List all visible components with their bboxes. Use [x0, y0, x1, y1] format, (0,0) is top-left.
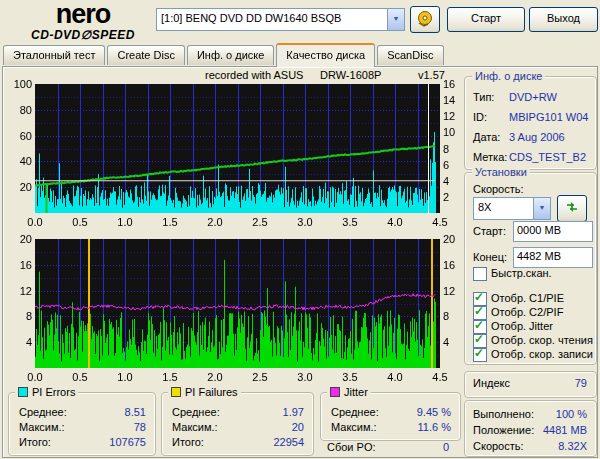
disc-type-value: DVD+RW [509, 91, 557, 103]
pi-errors-chart [35, 84, 440, 213]
quality-index-box: Индекс 79 [464, 371, 597, 398]
pie-total-value: 107675 [109, 436, 146, 448]
checkbox-box[interactable]: ✓ [473, 267, 487, 281]
speed-select[interactable]: 8X ▼ [473, 197, 551, 220]
show-write-speed-checkbox[interactable]: ✓ Отобр. скор. записи [465, 348, 596, 362]
tab-create-disc[interactable]: Create Disc [107, 45, 184, 65]
pie-average-value: 8.51 [125, 406, 146, 418]
tab-disc-quality[interactable]: Качество диска [276, 43, 375, 67]
checkbox-box[interactable]: ✓ [473, 348, 487, 362]
pi-errors-swatch-icon [18, 387, 28, 397]
disc-label-value: CDS_TEST_B2 [509, 151, 586, 163]
pif-average-value: 1.97 [283, 406, 304, 418]
scan-start-field[interactable]: 0000 MB [513, 221, 593, 242]
show-jitter-checkbox[interactable]: ✓ Отобр. Jitter [465, 320, 596, 334]
exit-button-label: Выход [547, 12, 580, 24]
chevron-down-icon[interactable]: ▼ [387, 9, 404, 30]
speed-select-value: 8X [478, 201, 532, 213]
recorder-drive-label: DRW-1608P [320, 69, 381, 81]
disc-info-group: Инф. о диске Тип: DVD+RW ID: MBIPG101 W0… [464, 76, 597, 170]
tab-benchmark[interactable]: Эталонный тест [3, 45, 105, 65]
scan-start-label: Старт: [473, 225, 506, 237]
hand-disc-icon [415, 9, 435, 28]
scan-end-label: Конец: [473, 251, 507, 263]
progress-box: Выполнено: 100 % Положение: 4481 MB Скор… [464, 400, 597, 457]
tab-disc-info[interactable]: Инф. о диске [187, 45, 274, 65]
refresh-icon [564, 199, 580, 215]
check-icon: ✓ [474, 332, 484, 346]
disc-id-value: MBIPG101 W04 [509, 111, 588, 123]
index-value: 79 [575, 377, 587, 389]
disc-date-value: 3 Aug 2006 [509, 131, 565, 143]
drive-select[interactable]: [1:0] BENQ DVD DD DW1640 BSQB ▼ [156, 8, 405, 31]
pie-max-value: 78 [134, 421, 146, 433]
jitter-stats-box: Jitter Среднее:9.45 % Максим.:11.6 % [320, 392, 461, 441]
jitter-title: Jitter [344, 386, 368, 398]
jitter-swatch-icon [330, 387, 340, 397]
jitter-average-value: 9.45 % [417, 406, 451, 418]
fast-scan-checkbox[interactable]: ✓ Быстр.скан. [465, 267, 596, 281]
refresh-speeds-button[interactable] [557, 195, 587, 222]
check-icon: ✓ [474, 346, 484, 360]
version-label: v1.57 [418, 69, 445, 81]
exit-button[interactable]: Выход [529, 7, 598, 32]
tab-scandisc[interactable]: ScanDisc [377, 45, 443, 65]
start-button-label: Старт [471, 12, 501, 24]
show-c2-pif-checkbox[interactable]: ✓ Отобр. C2/PIF [465, 306, 596, 320]
drive-select-value: [1:0] BENQ DVD DD DW1640 BSQB [161, 12, 386, 24]
nero-logo-text: nero [8, 1, 158, 28]
nero-cd-dvd-speed-window: nero CD-DVD∅SPEED [1:0] BENQ DVD DD DW16… [0, 0, 600, 459]
cd-dvd-speed-logo-text: CD-DVD∅SPEED [8, 29, 158, 41]
start-button[interactable]: Старт [447, 7, 525, 32]
settings-group: Установки Скорость: 8X ▼ Старт: 0000 MB … [464, 172, 597, 365]
disc-info-title: Инф. о диске [472, 70, 545, 82]
chevron-down-icon[interactable]: ▼ [533, 198, 550, 219]
jitter-max-value: 11.6 % [418, 421, 451, 433]
eject-button[interactable] [410, 6, 440, 33]
po-failures-label: Сбои PO: [327, 441, 376, 453]
position-value: 4481 MB [543, 424, 587, 436]
current-speed-value: 8.32X [558, 440, 587, 452]
check-icon: ✓ [474, 290, 484, 304]
pi-errors-title: PI Errors [32, 386, 75, 398]
pi-failures-swatch-icon [171, 387, 181, 397]
pi-failures-title: PI Failures [185, 386, 238, 398]
scan-end-field[interactable]: 4482 MB [513, 247, 593, 268]
pi-failures-jitter-chart [35, 239, 440, 368]
check-icon: ✓ [474, 318, 484, 332]
progress-percent-value: 100 % [556, 408, 587, 420]
tab-bar: Эталонный тест Create Disc Инф. о диске … [3, 45, 446, 67]
speed-label: Скорость: [473, 183, 524, 195]
index-label: Индекс [473, 377, 510, 389]
po-failures-value: 0 [379, 441, 449, 453]
show-read-speed-checkbox[interactable]: ✓ Отобр. скор. чтения [465, 334, 596, 348]
recorded-with-label: recorded with ASUS [205, 69, 303, 81]
settings-title: Установки [472, 166, 530, 178]
pif-total-value: 22954 [273, 436, 304, 448]
show-c1-pie-checkbox[interactable]: ✓ Отобр. C1/PIE [465, 292, 596, 306]
nero-logo: nero CD-DVD∅SPEED [8, 1, 158, 41]
pif-max-value: 20 [292, 421, 304, 433]
pi-errors-stats-box: PI Errors Среднее:8.51 Максим.:78 Итого:… [8, 392, 156, 456]
pi-failures-stats-box: PI Failures Среднее:1.97 Максим.:20 Итог… [161, 392, 314, 456]
check-icon: ✓ [474, 304, 484, 318]
